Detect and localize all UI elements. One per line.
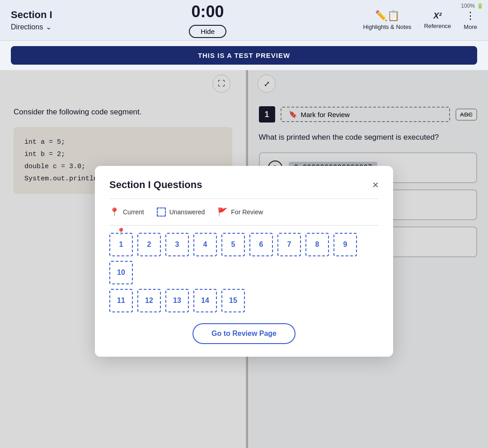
unanswered-icon	[157, 207, 166, 217]
directions-label: Directions	[11, 23, 43, 31]
modal-title: Section I Questions	[109, 179, 202, 191]
legend: 📍 Current Unanswered 🚩 For Review	[109, 207, 379, 217]
review-flag-icon: 🚩	[217, 207, 227, 217]
more-icon: ⋮	[465, 10, 475, 22]
reference-label: Reference	[424, 23, 451, 29]
directions-chevron-icon: ⌄	[46, 23, 52, 31]
preview-banner: THIS IS A TEST PREVIEW	[11, 46, 477, 65]
section-questions-modal: Section I Questions × 📍 Current Unanswer…	[95, 166, 393, 357]
legend-current: 📍 Current	[109, 207, 144, 217]
header-center: 0:00 Hide	[189, 2, 226, 38]
more-tool[interactable]: ⋮ More	[464, 10, 477, 30]
question-grid-item-12[interactable]: 12	[137, 289, 161, 312]
question-grid-item-1[interactable]: 1📍	[109, 233, 133, 256]
question-grid: 1📍23456789101112131415	[109, 233, 379, 312]
question-grid-item-9[interactable]: 9	[333, 233, 357, 256]
highlights-notes-tool[interactable]: ✏️📋 Highlights & Notes	[363, 10, 411, 30]
header-left: Section I Directions ⌄	[11, 9, 52, 31]
directions-button[interactable]: Directions ⌄	[11, 23, 52, 31]
legend-divider	[109, 225, 379, 226]
main-content: ⛶ ⤢ Consider the following code segment.…	[0, 70, 488, 448]
modal-top-divider	[109, 198, 379, 199]
highlights-notes-label: Highlights & Notes	[363, 24, 411, 30]
legend-unanswered-label: Unanswered	[169, 208, 205, 216]
hide-button[interactable]: Hide	[189, 25, 226, 38]
legend-unanswered: Unanswered	[157, 207, 205, 217]
legend-current-label: Current	[123, 208, 144, 216]
battery-percentage: 100%	[461, 3, 475, 9]
reference-icon: X²	[433, 11, 441, 21]
question-grid-item-14[interactable]: 14	[193, 289, 217, 312]
current-pin-icon: 📍	[109, 207, 119, 217]
timer-display: 0:00	[192, 2, 224, 21]
question-grid-item-15[interactable]: 15	[221, 289, 245, 312]
go-review-label: Go to Review Page	[211, 330, 277, 337]
modal-overlay: Section I Questions × 📍 Current Unanswer…	[0, 70, 488, 448]
section-title: Section I	[11, 9, 52, 21]
question-grid-item-11[interactable]: 11	[109, 289, 133, 312]
question-grid-item-10[interactable]: 10	[109, 261, 133, 284]
question-grid-item-13[interactable]: 13	[165, 289, 189, 312]
go-to-review-button[interactable]: Go to Review Page	[192, 323, 296, 344]
question-grid-item-3[interactable]: 3	[165, 233, 189, 256]
modal-header: Section I Questions ×	[109, 179, 379, 191]
header: 100% 🔋 Section I Directions ⌄ 0:00 Hide …	[0, 0, 488, 41]
more-label: More	[464, 24, 477, 30]
battery-icon: 🔋	[477, 3, 483, 9]
modal-close-button[interactable]: ×	[372, 179, 379, 191]
question-grid-item-2[interactable]: 2	[137, 233, 161, 256]
question-grid-item-6[interactable]: 6	[249, 233, 273, 256]
question-grid-item-7[interactable]: 7	[277, 233, 301, 256]
current-question-pin: 📍	[117, 227, 126, 236]
highlights-notes-icon: ✏️📋	[375, 10, 399, 22]
legend-review: 🚩 For Review	[217, 207, 263, 217]
legend-review-label: For Review	[231, 208, 263, 216]
battery-info: 100% 🔋	[461, 3, 483, 9]
header-right: ✏️📋 Highlights & Notes X² Reference ⋮ Mo…	[363, 10, 477, 30]
question-grid-item-4[interactable]: 4	[193, 233, 217, 256]
question-grid-item-5[interactable]: 5	[221, 233, 245, 256]
preview-banner-text: THIS IS A TEST PREVIEW	[198, 52, 290, 59]
question-grid-item-8[interactable]: 8	[305, 233, 329, 256]
review-button-wrap: Go to Review Page	[109, 323, 379, 344]
reference-tool[interactable]: X² Reference	[424, 11, 451, 29]
